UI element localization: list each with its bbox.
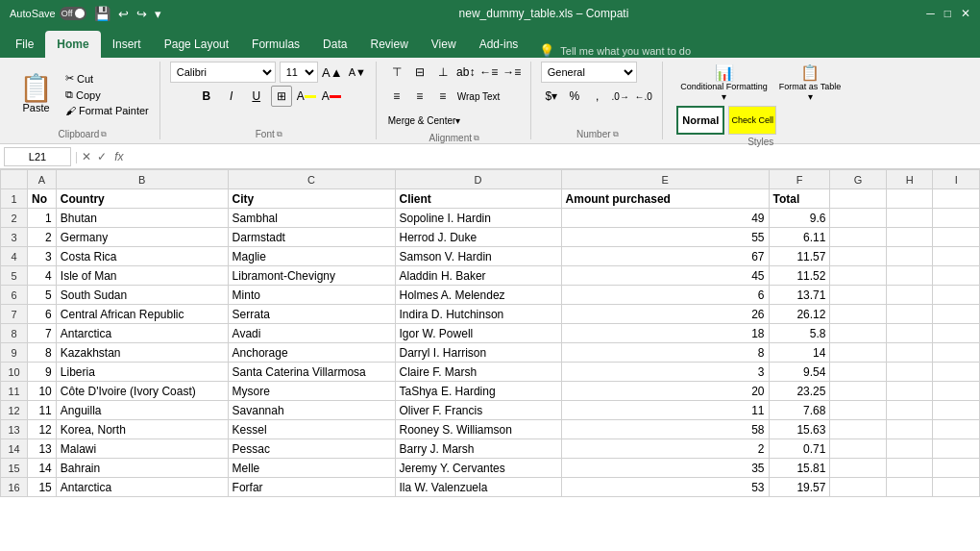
cell-h2[interactable] bbox=[886, 209, 933, 228]
cell-c10[interactable]: Santa Caterina Villarmosa bbox=[228, 363, 395, 382]
cell-e13[interactable]: 58 bbox=[561, 420, 769, 439]
row-num-2[interactable]: 2 bbox=[1, 209, 28, 228]
cell-i14[interactable] bbox=[933, 439, 980, 459]
cell-b6[interactable]: South Sudan bbox=[56, 286, 228, 305]
cell-g8[interactable] bbox=[830, 324, 886, 343]
cell-g11[interactable] bbox=[830, 382, 886, 401]
cell-b4[interactable]: Costa Rica bbox=[56, 247, 228, 266]
text-direction-button[interactable]: ab↕ bbox=[455, 62, 477, 83]
cell-e16[interactable]: 53 bbox=[561, 478, 769, 497]
paste-button[interactable]: 📋 Paste bbox=[13, 62, 59, 127]
cell-b14[interactable]: Malawi bbox=[56, 439, 228, 459]
cell-g3[interactable] bbox=[830, 228, 886, 247]
cell-d11[interactable]: TaShya E. Harding bbox=[395, 382, 561, 401]
cell-d8[interactable]: Igor W. Powell bbox=[395, 324, 561, 343]
cell-d14[interactable]: Barry J. Marsh bbox=[395, 439, 561, 459]
col-header-f[interactable]: F bbox=[769, 170, 830, 189]
row-num-6[interactable]: 6 bbox=[1, 286, 28, 305]
row-num-11[interactable]: 11 bbox=[1, 382, 28, 401]
cell-d10[interactable]: Claire F. Marsh bbox=[395, 363, 561, 382]
cell-h4[interactable] bbox=[886, 247, 933, 266]
tab-insert[interactable]: Insert bbox=[101, 31, 153, 58]
cell-i4[interactable] bbox=[933, 247, 980, 266]
cell-i13[interactable] bbox=[933, 420, 980, 439]
cell-h11[interactable] bbox=[886, 382, 933, 401]
cell-a12[interactable]: 11 bbox=[28, 401, 57, 420]
cell-g4[interactable] bbox=[830, 247, 886, 266]
cell-e11[interactable]: 20 bbox=[561, 382, 769, 401]
cell-b11[interactable]: Côte D'Ivoire (Ivory Coast) bbox=[56, 382, 228, 401]
underline-button[interactable]: U bbox=[246, 86, 267, 107]
cell-e7[interactable]: 26 bbox=[561, 305, 769, 324]
italic-button[interactable]: I bbox=[221, 86, 242, 107]
cell-c6[interactable]: Minto bbox=[228, 286, 395, 305]
font-family-select[interactable]: Calibri bbox=[170, 62, 276, 83]
cell-c15[interactable]: Melle bbox=[228, 459, 395, 478]
cell-f16[interactable]: 19.57 bbox=[769, 478, 830, 497]
cell-b15[interactable]: Bahrain bbox=[56, 459, 228, 478]
cell-h3[interactable] bbox=[886, 228, 933, 247]
redo-icon[interactable]: ↪ bbox=[136, 7, 147, 21]
cell-f4[interactable]: 11.57 bbox=[769, 247, 830, 266]
align-top-button[interactable]: ⊤ bbox=[386, 62, 407, 83]
cell-a2[interactable]: 1 bbox=[28, 209, 57, 228]
increase-font-button[interactable]: A▲ bbox=[322, 62, 343, 83]
wrap-text-button[interactable]: Wrap Text bbox=[455, 86, 502, 107]
cell-b8[interactable]: Antarctica bbox=[56, 324, 228, 343]
cell-b9[interactable]: Kazakhstan bbox=[56, 343, 228, 363]
cell-g6[interactable] bbox=[830, 286, 886, 305]
cell-g15[interactable] bbox=[830, 459, 886, 478]
row-num-10[interactable]: 10 bbox=[1, 363, 28, 382]
cell-h13[interactable] bbox=[886, 420, 933, 439]
align-right-button[interactable]: ≡ bbox=[432, 86, 453, 107]
cut-button[interactable]: ✂ Cut bbox=[62, 71, 152, 86]
cell-i6[interactable] bbox=[933, 286, 980, 305]
cell-b12[interactable]: Anguilla bbox=[56, 401, 228, 420]
cell-i11[interactable] bbox=[933, 382, 980, 401]
format-painter-button[interactable]: 🖌 Format Painter bbox=[62, 104, 152, 117]
cell-a6[interactable]: 5 bbox=[28, 286, 57, 305]
formula-input[interactable] bbox=[131, 149, 976, 164]
cell-e9[interactable]: 8 bbox=[561, 343, 769, 363]
decrease-font-button[interactable]: A▼ bbox=[347, 62, 368, 83]
cell-c1[interactable]: City bbox=[228, 189, 395, 209]
border-button[interactable]: ⊞ bbox=[271, 86, 292, 107]
currency-button[interactable]: $▾ bbox=[541, 86, 562, 107]
row-num-13[interactable]: 13 bbox=[1, 420, 28, 439]
cell-e6[interactable]: 6 bbox=[561, 286, 769, 305]
cell-b2[interactable]: Bhutan bbox=[56, 209, 228, 228]
row-num-1[interactable]: 1 bbox=[1, 189, 28, 209]
cell-g12[interactable] bbox=[830, 401, 886, 420]
decimal-increase-button[interactable]: .0→ bbox=[610, 86, 631, 107]
cell-g5[interactable] bbox=[830, 266, 886, 286]
cell-f7[interactable]: 26.12 bbox=[769, 305, 830, 324]
col-header-d[interactable]: D bbox=[395, 170, 561, 189]
conditional-formatting-button[interactable]: 📊 Conditional Formatting ▾ bbox=[676, 62, 772, 104]
autosave-toggle[interactable]: Off bbox=[60, 7, 86, 20]
cell-d16[interactable]: Ila W. Valenzuela bbox=[395, 478, 561, 497]
cell-a9[interactable]: 8 bbox=[28, 343, 57, 363]
restore-icon[interactable]: □ bbox=[944, 7, 951, 20]
cell-h14[interactable] bbox=[886, 439, 933, 459]
cell-d12[interactable]: Oliver F. Francis bbox=[395, 401, 561, 420]
cell-d2[interactable]: Sopoline I. Hardin bbox=[395, 209, 561, 228]
cell-b7[interactable]: Central African Republic bbox=[56, 305, 228, 324]
tab-home[interactable]: Home bbox=[45, 31, 100, 58]
cell-a3[interactable]: 2 bbox=[28, 228, 57, 247]
cell-a16[interactable]: 15 bbox=[28, 478, 57, 497]
cell-a1[interactable]: No bbox=[28, 189, 57, 209]
cell-c4[interactable]: Maglie bbox=[228, 247, 395, 266]
cell-b1[interactable]: Country bbox=[56, 189, 228, 209]
cell-e2[interactable]: 49 bbox=[561, 209, 769, 228]
cell-e3[interactable]: 55 bbox=[561, 228, 769, 247]
name-box[interactable] bbox=[4, 147, 71, 166]
confirm-formula-icon[interactable]: ✓ bbox=[97, 150, 107, 163]
cell-f1[interactable]: Total bbox=[769, 189, 830, 209]
cell-f10[interactable]: 9.54 bbox=[769, 363, 830, 382]
fill-color-button[interactable]: A bbox=[296, 86, 317, 107]
cell-f12[interactable]: 7.68 bbox=[769, 401, 830, 420]
cell-e14[interactable]: 2 bbox=[561, 439, 769, 459]
cell-h1[interactable] bbox=[886, 189, 933, 209]
cell-c9[interactable]: Anchorage bbox=[228, 343, 395, 363]
cell-c7[interactable]: Serrata bbox=[228, 305, 395, 324]
